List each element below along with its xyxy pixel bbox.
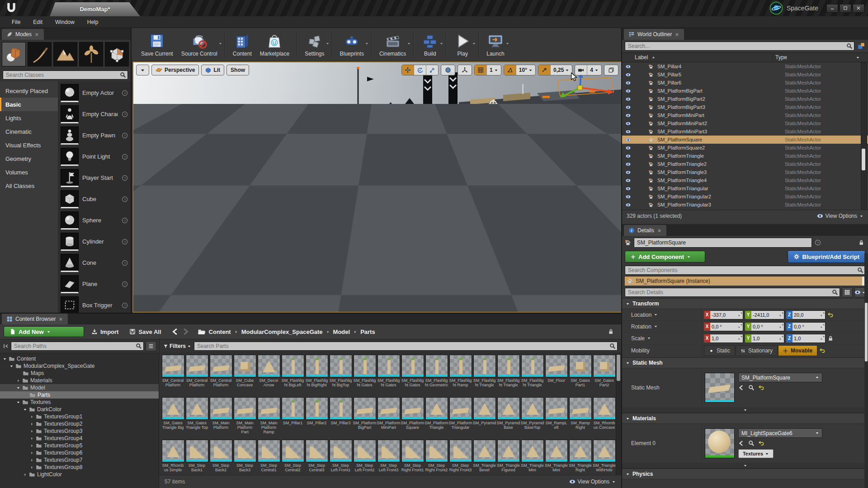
lock-icon[interactable] bbox=[608, 328, 614, 335]
mode-category-all-classes[interactable]: All Classes bbox=[0, 179, 58, 192]
asset-tile[interactable]: SM_Pillar1 bbox=[281, 397, 305, 440]
outliner-scrollbar[interactable] bbox=[861, 62, 867, 210]
outliner-row[interactable]: SM_PlatformMiniPart2 StaticMeshActor bbox=[622, 119, 868, 127]
spinner-icon[interactable] bbox=[821, 336, 825, 340]
outliner-row[interactable]: SM_PlatformSquare2 StaticMeshActor bbox=[622, 144, 868, 152]
spinner-icon[interactable] bbox=[738, 312, 742, 316]
menu-file[interactable]: File bbox=[6, 18, 26, 27]
toolbar-save-current-button[interactable]: Save Current bbox=[137, 30, 177, 60]
close-icon[interactable] bbox=[58, 317, 63, 322]
section-materials[interactable]: Materials bbox=[622, 413, 868, 424]
outliner-row[interactable]: SM_PlatformSquare StaticMeshActor bbox=[622, 136, 868, 144]
close-button[interactable] bbox=[853, 4, 864, 13]
placeable-empty-pawn[interactable]: Empty Pawn ? bbox=[58, 125, 131, 146]
close-icon[interactable] bbox=[675, 32, 679, 37]
placeable-point-light[interactable]: Point Light ? bbox=[58, 146, 131, 167]
visibility-toggle-icon[interactable] bbox=[626, 113, 631, 118]
folder-texturesgroup5[interactable]: TexturesGroup5 bbox=[0, 442, 159, 449]
asset-tile[interactable]: SM_Pyramid Base bbox=[496, 397, 520, 440]
asset-tile[interactable]: SM_Central Platform bbox=[185, 355, 209, 397]
outliner-row[interactable]: SM_PlatformMiniPart StaticMeshActor bbox=[622, 111, 868, 119]
asset-tile[interactable]: SM_Pyramid BaseTop bbox=[520, 397, 544, 440]
folder-texturesgroup4[interactable]: TexturesGroup4 bbox=[0, 435, 159, 442]
folder-texturesgroup7[interactable]: TexturesGroup7 bbox=[0, 456, 159, 464]
expanded-icon[interactable] bbox=[16, 386, 20, 390]
maximize-button[interactable] bbox=[840, 4, 851, 13]
details-scrollbar[interactable] bbox=[864, 253, 868, 488]
asset-tile[interactable]: SM_Cube Concave bbox=[233, 355, 257, 397]
asset-tile[interactable]: SM_Flashlight Geometric bbox=[425, 355, 448, 397]
placeable-sphere[interactable]: Sphere ? bbox=[58, 210, 131, 231]
mode-category-basic[interactable]: Basic bbox=[0, 98, 58, 111]
outliner-row[interactable]: SM_PlatformBigPart StaticMeshActor bbox=[622, 87, 868, 95]
collapsed-icon[interactable] bbox=[30, 429, 34, 433]
visibility-toggle-icon[interactable] bbox=[626, 194, 631, 199]
scale-y-field[interactable]: Y 1,0 bbox=[745, 334, 784, 343]
property-matrix-button[interactable] bbox=[842, 287, 853, 297]
asset-tile[interactable]: SM_Pillar2 bbox=[305, 397, 329, 440]
placeable-empty-actor[interactable]: Empty Actor ? bbox=[58, 82, 131, 103]
visibility-toggle-icon[interactable] bbox=[626, 89, 631, 94]
sources-view-button[interactable] bbox=[146, 341, 156, 351]
toolbar-source-control-button[interactable]: Source Control bbox=[177, 30, 222, 60]
expanded-icon[interactable] bbox=[23, 408, 27, 412]
collapsed-icon[interactable] bbox=[30, 422, 34, 426]
add-level-icon[interactable] bbox=[857, 42, 865, 50]
mobility-stationary-button[interactable]: Stationary bbox=[736, 345, 778, 356]
reset-icon[interactable] bbox=[819, 347, 826, 354]
asset-tile[interactable]: SM_Central Platform bbox=[161, 355, 185, 397]
collapsed-icon[interactable] bbox=[30, 458, 34, 462]
outliner-row[interactable]: SM_PlatformTriangular3 StaticMeshActor bbox=[622, 201, 868, 209]
use-selected-icon[interactable] bbox=[738, 385, 745, 391]
folder-textures[interactable]: Textures bbox=[0, 399, 159, 406]
level-tab[interactable]: DemoMap* bbox=[50, 2, 140, 16]
browse-icon[interactable] bbox=[748, 440, 755, 446]
outliner-row[interactable]: SM_PlatformBigPart3 StaticMeshActor bbox=[622, 103, 868, 111]
asset-tile[interactable]: SM_Flashlight Gates bbox=[377, 355, 401, 397]
toolbar-content-button[interactable]: Content bbox=[229, 30, 256, 60]
asset-tile[interactable]: SM_Flashlight Triangle bbox=[472, 355, 496, 397]
placeable-cone[interactable]: Cone ? bbox=[58, 252, 131, 273]
expanded-icon[interactable] bbox=[16, 400, 20, 404]
spinner-icon[interactable] bbox=[779, 324, 783, 328]
folder-content[interactable]: Content bbox=[0, 355, 159, 362]
scale-x-field[interactable]: X 1,0 bbox=[704, 334, 743, 343]
asset-tile[interactable]: SM_Pyramid bbox=[472, 397, 496, 440]
visibility-toggle-icon[interactable] bbox=[626, 202, 631, 207]
folder-texturesgroup8[interactable]: TexturesGroup8 bbox=[0, 464, 159, 471]
asset-grid-scrollbar[interactable] bbox=[616, 353, 621, 488]
forward-button[interactable] bbox=[181, 328, 189, 336]
asset-tile[interactable]: SM_Gates Part1 bbox=[568, 355, 592, 397]
spinner-icon[interactable] bbox=[738, 324, 742, 328]
visibility-toggle-icon[interactable] bbox=[626, 170, 631, 175]
visibility-toggle-icon[interactable] bbox=[626, 154, 631, 159]
lock-icon[interactable] bbox=[827, 335, 834, 342]
outliner-row[interactable]: SM_PlatformTriangular2 StaticMeshActor bbox=[622, 192, 868, 201]
mobility-movable-button[interactable]: Movable bbox=[778, 345, 817, 356]
outliner-row[interactable]: SM_PlatformTriangular StaticMeshActor bbox=[622, 184, 868, 192]
folder-lightcolor[interactable]: LightColor bbox=[0, 471, 159, 478]
breadcrumb-modularcomplex_spacegate[interactable]: ModularComplex_SpaceGate bbox=[241, 328, 323, 335]
reset-icon[interactable] bbox=[758, 440, 764, 446]
asset-tile[interactable]: SM_Flashlight Ramp bbox=[448, 355, 472, 397]
search-paths-input[interactable] bbox=[11, 342, 144, 351]
folder-texturesgroup1[interactable]: TexturesGroup1 bbox=[0, 413, 159, 420]
rotation-x-field[interactable]: X 0,0 ° bbox=[704, 323, 743, 331]
textures-button[interactable]: Textures bbox=[738, 449, 774, 458]
material-thumbnail[interactable] bbox=[705, 428, 735, 458]
filters-button[interactable]: Filters bbox=[163, 343, 191, 349]
asset-tile[interactable]: SM_Flashlight Triangle bbox=[520, 355, 544, 397]
scale-label[interactable]: Scale bbox=[622, 335, 702, 342]
rotation-label[interactable]: Rotation bbox=[622, 324, 702, 330]
visibility-toggle-icon[interactable] bbox=[626, 178, 631, 183]
asset-tile[interactable]: SM_Platform MiniPart bbox=[377, 397, 401, 440]
mode-category-cinematic[interactable]: Cinematic bbox=[0, 125, 58, 138]
import-button[interactable]: Import bbox=[88, 328, 122, 335]
visibility-toggle-icon[interactable] bbox=[626, 145, 631, 150]
outliner-row[interactable]: SM_PlatformMiniPart3 StaticMeshActor bbox=[622, 127, 868, 136]
mode-category-volumes[interactable]: Volumes bbox=[0, 165, 58, 179]
outliner-row[interactable]: SM_PlatformTriangle2 StaticMeshActor bbox=[622, 160, 868, 168]
close-icon[interactable] bbox=[657, 228, 662, 233]
toolbar-blueprints-button[interactable]: Blueprints bbox=[336, 30, 368, 60]
folder-texturesgroup2[interactable]: TexturesGroup2 bbox=[0, 420, 159, 427]
